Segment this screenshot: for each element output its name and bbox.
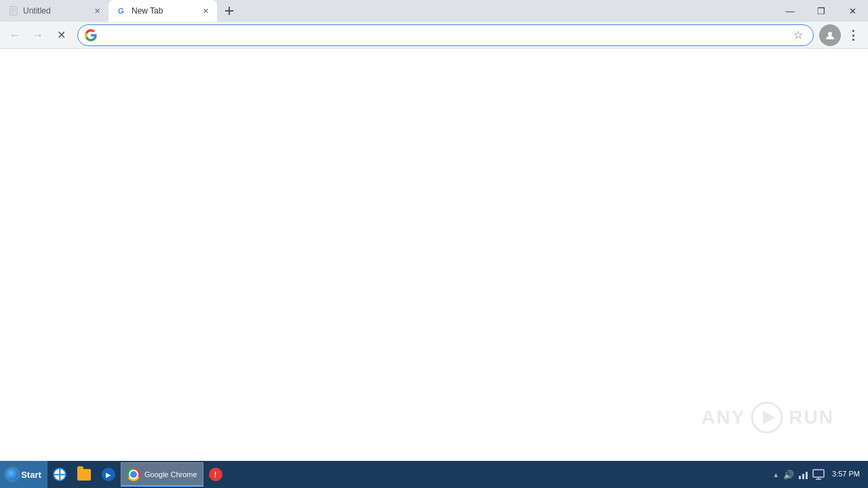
tab-untitled-title: Untitled [23, 6, 87, 16]
tray-volume-icon[interactable]: 🔊 [782, 468, 795, 481]
ie-icon [53, 468, 66, 481]
tab-untitled[interactable]: Untitled ✕ [0, 0, 108, 22]
svg-rect-12 [806, 472, 808, 479]
tray-monitor-icon[interactable] [812, 468, 825, 481]
titlebar: Untitled ✕ G New Tab ✕ — ❐ ✕ [0, 0, 868, 22]
anyrun-watermark: ANY RUN [701, 401, 834, 434]
titlebar-spacer [241, 0, 774, 22]
tab-untitled-close[interactable]: ✕ [91, 5, 103, 17]
bookmark-button[interactable]: ☆ [790, 27, 806, 43]
profile-button[interactable] [819, 24, 841, 46]
tab-untitled-favicon [8, 5, 19, 16]
folder-icon [77, 469, 91, 481]
close-button[interactable]: ✕ [837, 0, 868, 22]
start-label: Start [21, 470, 41, 480]
svg-rect-10 [799, 476, 801, 479]
taskbar-clock[interactable]: 3:57 PM [827, 461, 865, 488]
anyrun-icon: ! [209, 468, 222, 481]
tray-network-icon[interactable] [797, 468, 810, 481]
svg-point-7 [828, 32, 832, 36]
taskbar-anyrun[interactable]: ! [203, 461, 228, 488]
new-tab-button[interactable] [218, 3, 240, 19]
reload-button[interactable]: ✕ [50, 24, 72, 46]
menu-button[interactable]: ⋮ [842, 24, 864, 46]
google-icon [85, 29, 97, 41]
forward-button[interactable]: → [27, 24, 49, 46]
anyrun-logo-icon [751, 401, 783, 434]
omnibox-container: ☆ [77, 24, 814, 46]
start-orb-icon [6, 468, 18, 481]
omnibox-input[interactable] [101, 30, 786, 41]
start-button[interactable]: Start [0, 461, 47, 488]
back-button[interactable]: ← [4, 24, 26, 46]
tab-newtab-favicon: G [117, 5, 127, 16]
taskbar-explorer[interactable] [72, 461, 96, 488]
taskbar: Start ▶ Google Chrome ! ▲ 🔊 [0, 461, 868, 488]
taskbar-ie[interactable] [47, 461, 72, 488]
tab-newtab-close[interactable]: ✕ [199, 5, 212, 17]
page-content: ANY RUN [0, 49, 868, 461]
svg-marker-9 [763, 411, 775, 424]
watermark-text-any: ANY [701, 407, 745, 428]
toolbar: ← → ✕ ☆ ⋮ [0, 22, 868, 49]
svg-text:G: G [118, 7, 124, 15]
mediaplayer-icon: ▶ [102, 468, 115, 481]
minimize-button[interactable]: — [774, 0, 806, 22]
tab-newtab-title: New Tab [132, 6, 195, 16]
tray-show-hidden[interactable]: ▲ [771, 471, 781, 479]
window-controls: — ❐ ✕ [774, 0, 868, 22]
taskbar-chrome-label: Google Chrome [144, 470, 197, 479]
taskbar-tray: ▲ 🔊 3:57 PM [768, 461, 868, 488]
taskbar-mediaplayer[interactable]: ▶ [96, 461, 121, 488]
tab-newtab[interactable]: G New Tab ✕ [108, 0, 217, 22]
svg-rect-13 [813, 470, 824, 477]
chrome-icon [127, 468, 140, 481]
clock-time: 3:57 PM [832, 469, 860, 479]
restore-button[interactable]: ❐ [806, 0, 837, 22]
taskbar-chrome[interactable]: Google Chrome [121, 462, 203, 487]
svg-rect-11 [802, 474, 804, 479]
watermark-text-run: RUN [789, 407, 834, 428]
